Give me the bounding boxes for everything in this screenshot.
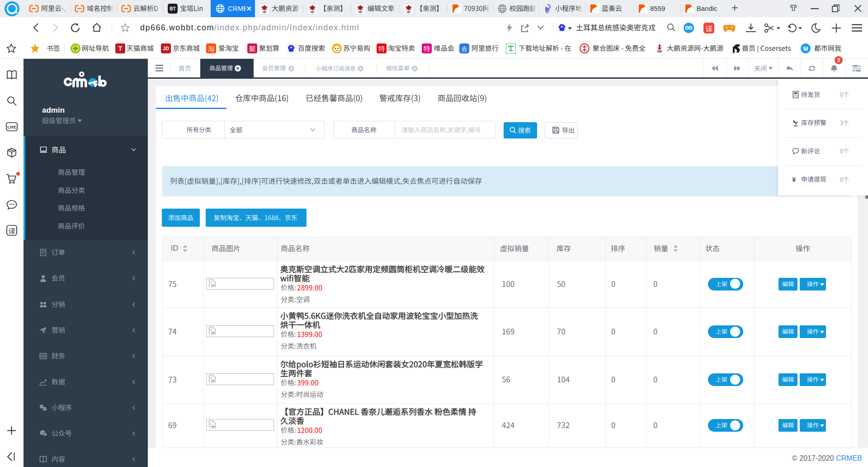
svg-text:JD: JD (163, 46, 169, 51)
svg-text:3: 3 (837, 57, 840, 63)
svg-text:T: T (118, 44, 122, 52)
svg-text:M: M (803, 45, 808, 52)
svg-text:BT: BT (170, 6, 176, 11)
svg-text:LIVE: LIVE (8, 125, 16, 129)
